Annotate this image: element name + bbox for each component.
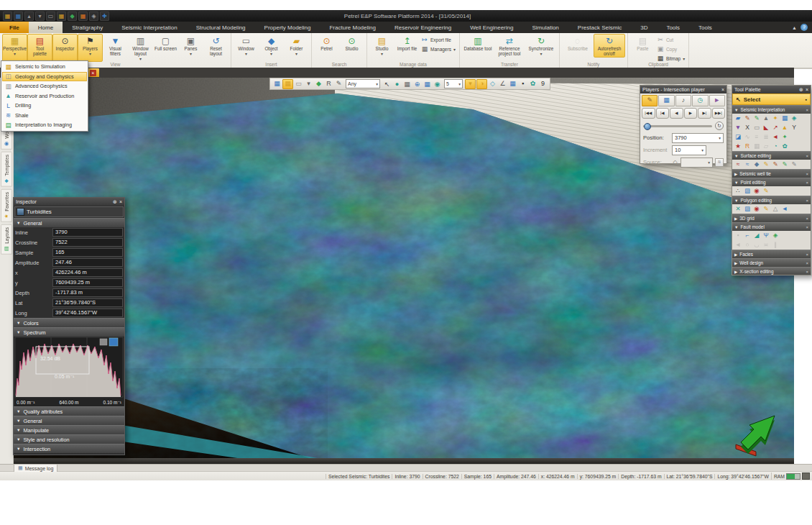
palette-toggle-icon[interactable] — [109, 338, 118, 346]
viewport-tool-icon[interactable]: ✿ — [528, 79, 538, 88]
ribbon-tab[interactable]: Simulation — [522, 22, 568, 33]
palette-tool-icon[interactable]: ◢ — [752, 232, 761, 239]
position-slider[interactable]: ↻ — [640, 119, 726, 132]
increment-dropdown[interactable]: 10 ▾ — [672, 145, 706, 155]
quick-access-icon[interactable]: ▭ — [46, 12, 55, 21]
palette-tool-icon[interactable]: ◄ — [780, 205, 789, 213]
collapse-ribbon-icon[interactable]: ▲ — [792, 25, 797, 30]
gear-icon[interactable]: ⊛ — [799, 87, 803, 93]
viewport-tool-icon[interactable]: ▦ — [272, 79, 282, 88]
gear-icon[interactable]: ⊛ — [113, 199, 117, 205]
ribbon-tab[interactable]: Stratigraphy — [63, 22, 112, 33]
palette-tool-icon[interactable]: ✎ — [771, 160, 780, 168]
palette-tool-icon[interactable]: ◄ — [734, 241, 742, 249]
viewport-tool-icon[interactable]: ▦ — [508, 79, 517, 88]
quick-access-icon[interactable]: ▦ — [14, 12, 23, 21]
close-icon[interactable]: × — [806, 87, 808, 93]
palette-tool-icon[interactable]: ✎ — [762, 205, 770, 213]
palette-tool-icon[interactable]: ✎ — [762, 187, 770, 195]
palette-tool-icon[interactable]: ∥ — [771, 241, 780, 249]
transport-button[interactable]: ▶| — [698, 108, 711, 119]
ribbon-tab[interactable]: File — [0, 22, 29, 33]
palette-tool-icon[interactable]: ◆ — [752, 160, 761, 168]
ribbon-button[interactable]: ↻ Synchronize ▾ — [525, 34, 557, 58]
menu-item[interactable]: ▤ Interpretation to Imaging — [2, 120, 87, 130]
palette-tool-icon[interactable]: ▦ — [780, 114, 789, 122]
palette-tool-icon[interactable]: ▲ — [780, 124, 789, 132]
palette-tool-icon[interactable]: ≈ — [734, 160, 742, 168]
player-mode-button[interactable]: ✎ — [642, 95, 658, 106]
menu-item[interactable]: ▲ Reservoir and Production — [2, 91, 87, 101]
player-mode-button[interactable]: ♪ — [675, 95, 691, 106]
ribbon-button[interactable]: ▥ Database tool ▾ — [462, 34, 494, 58]
inspector-field-value[interactable]: 165 — [52, 248, 123, 257]
palette-tool-icon[interactable]: ✎ — [762, 160, 770, 168]
palette-tool-icon[interactable]: ✎ — [780, 160, 789, 168]
viewport-tool-icon[interactable]: ↖ — [382, 80, 392, 88]
palette-tool-icon[interactable]: ✎ — [790, 160, 798, 168]
palette-section-polygon-editing[interactable]: ▼ Polygon editing × — [732, 196, 811, 204]
ribbon-button[interactable]: ⊙ Petrel ▾ — [314, 34, 339, 52]
ribbon-button[interactable]: ▢ Full screen ▾ — [153, 34, 178, 62]
viewport-tool-icon[interactable]: ● — [392, 80, 402, 88]
palette-section-fault-model[interactable]: ▼ Fault model × — [732, 222, 811, 231]
ribbon-button[interactable]: ▤ Tool palette ▾ — [27, 34, 52, 62]
menu-item[interactable]: ◫ Geology and Geophysics — [2, 72, 87, 82]
ribbon-tab[interactable]: Prestack Seismic — [568, 22, 631, 33]
viewport-tool-icon[interactable]: R — [324, 79, 333, 88]
palette-section-3d-grid[interactable]: ▶ 3D grid × — [732, 214, 811, 222]
transport-button[interactable]: ▶▶| — [712, 108, 726, 119]
ribbon-button[interactable]: ▥ Window layout ▾ — [128, 34, 153, 62]
inspector-field-value[interactable]: 247.46 — [52, 258, 123, 267]
palette-tool-icon[interactable]: ▭ — [752, 124, 761, 132]
ribbon-tab[interactable]: Reservoir Engineering — [385, 22, 461, 33]
player-mode-button[interactable]: ◷ — [692, 95, 708, 106]
palette-tool-icon[interactable]: ◄ — [771, 133, 780, 141]
inspected-object[interactable]: Turbidites — [14, 206, 124, 217]
quick-access-icon[interactable]: ▾ — [35, 12, 45, 21]
palette-tool-icon[interactable]: ∿ — [743, 133, 752, 141]
ribbon-tab[interactable]: 3D — [631, 22, 657, 33]
viewport-tool-icon[interactable]: ▭ — [294, 79, 303, 88]
viewport-tool-icon[interactable]: ▪ — [518, 79, 527, 88]
collapsed-section-header[interactable]: ▼ General — [14, 416, 124, 425]
palette-tool-icon[interactable]: Ψ — [762, 232, 770, 239]
palette-section-well-design[interactable]: ▶ Well design × — [732, 258, 811, 267]
palette-tool-icon[interactable]: ▲ — [762, 114, 770, 122]
slider-knob[interactable] — [644, 123, 651, 130]
section-header-general[interactable]: ▼ General — [14, 218, 124, 227]
section-header-spectrum[interactable]: ▼ Spectrum — [14, 327, 124, 337]
close-tab-icon[interactable]: × — [90, 70, 96, 76]
source-dropdown[interactable]: ▾ — [680, 158, 713, 168]
ribbon-button[interactable]: ⊙ Studio ▾ — [339, 34, 364, 52]
ribbon-button[interactable]: ↥ Import file ▾ — [395, 34, 420, 57]
quick-access-icon[interactable]: ▦ — [3, 12, 12, 21]
palette-tool-icon[interactable]: ◉ — [752, 187, 761, 195]
ribbon-button[interactable]: ↺ Reset layout ▾ — [203, 34, 229, 62]
palette-tool-icon[interactable]: ✎ — [743, 114, 752, 122]
player-mode-button[interactable]: ▦ — [658, 95, 674, 106]
quick-access-icon[interactable]: ◆ — [68, 12, 77, 21]
inspector-field-value[interactable]: 39°42'46.1567"W — [52, 309, 123, 317]
ribbon-button[interactable]: ▤ Paste ▾ — [630, 34, 655, 52]
spectrum-plot[interactable]: 32.54 dB 0.05 m⁻¹ 0.00 m⁻¹ 640.00 m 0.10… — [14, 337, 124, 406]
ribbon-tab[interactable]: Tools — [689, 22, 721, 33]
dock-tab[interactable]: ▤ Layouts — [1, 224, 12, 255]
transport-button[interactable]: |◀ — [656, 108, 670, 119]
ribbon-tab[interactable]: Property Modeling — [255, 22, 320, 33]
close-icon[interactable]: × — [806, 198, 808, 203]
ribbon-button[interactable]: ▤ Studio ▾ — [369, 34, 395, 57]
transport-button[interactable]: ◀ — [670, 108, 683, 119]
viewport-tool-icon[interactable]: ◆ — [314, 79, 323, 88]
message-log-tab[interactable]: ▦ Message log — [14, 464, 57, 472]
ribbon-tab[interactable]: Seismic Interpretation — [112, 22, 186, 33]
close-icon[interactable]: × — [806, 252, 808, 257]
pin-icon[interactable]: ▪ — [806, 97, 807, 102]
quick-access-icon[interactable]: ▦ — [78, 12, 88, 21]
collapsed-section-header[interactable]: ▼ Style and resolution — [14, 434, 124, 444]
viewport-tool-icon[interactable]: ∠ — [498, 79, 507, 88]
viewport-tool-icon[interactable]: ▾ — [304, 79, 313, 88]
close-icon[interactable]: × — [806, 154, 808, 158]
palette-tool-icon[interactable]: R — [743, 142, 752, 150]
palette-tool-icon[interactable]: ◡ — [752, 241, 761, 249]
